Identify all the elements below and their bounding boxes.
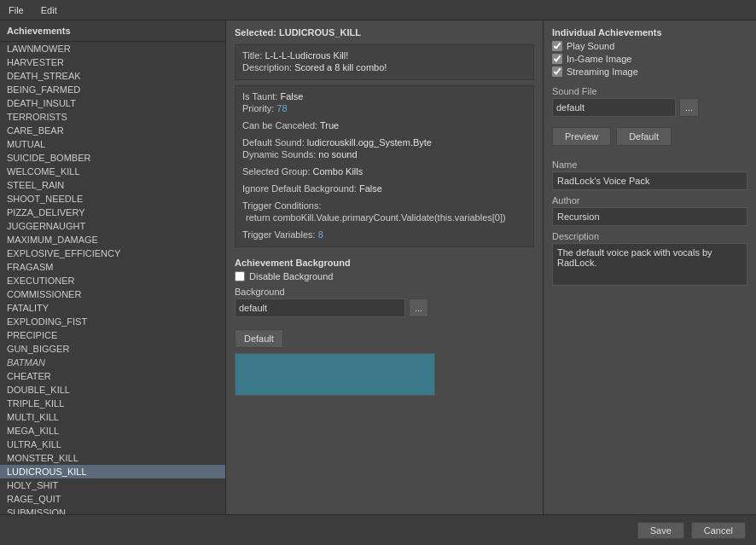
bg-section-title: Achievement Background <box>235 258 534 268</box>
list-item[interactable]: SUICIDE_BOMBER <box>0 151 225 165</box>
default-sound-row: Default Sound: ludicrouskill.ogg_System.… <box>242 137 526 148</box>
sound-file-label: Sound File <box>552 86 747 96</box>
list-item[interactable]: MEGA_KILL <box>0 424 225 438</box>
left-panel: Achievements LAWNMOWER HARVESTER DEATH_S… <box>0 20 226 545</box>
trigger-variables-value: 8 <box>318 229 323 240</box>
list-item[interactable]: MULTI_KILL <box>0 410 225 424</box>
streaming-image-row: Streaming Image <box>552 67 747 77</box>
edit-menu[interactable]: Edit <box>38 4 61 16</box>
list-item[interactable]: DEATH_INSULT <box>0 96 225 110</box>
selected-group-label: Selected Group: <box>242 166 313 177</box>
selected-label: Selected: LUDICROUS_KILL <box>235 27 534 38</box>
list-item[interactable]: DEATH_STREAK <box>0 69 225 83</box>
disable-bg-label: Disable Background <box>249 271 333 281</box>
list-item[interactable]: MAXIMUM_DAMAGE <box>0 233 225 246</box>
preview-button[interactable]: Preview <box>552 127 611 146</box>
sound-browse-button[interactable]: ... <box>679 98 699 117</box>
can-be-canceled-row: Can be Canceled: True <box>242 120 526 130</box>
bg-default-button[interactable]: Default <box>235 329 283 348</box>
save-button[interactable]: Save <box>637 522 684 539</box>
priority-value: 78 <box>276 103 287 113</box>
bg-input-row: ... <box>235 299 534 317</box>
priority-row: Priority: 78 <box>242 103 526 113</box>
can-be-canceled-value: True <box>320 120 339 130</box>
description-value: The default voice pack with vocals by Ra… <box>552 243 747 286</box>
middle-panel: Selected: LUDICROUS_KILL Title: L-L-L-Lu… <box>226 20 543 545</box>
preview-image <box>235 353 435 396</box>
list-item[interactable]: MONSTER_KILL <box>0 451 225 465</box>
sound-file-input[interactable] <box>552 98 676 117</box>
list-item[interactable]: EXPLODING_FIST <box>0 315 225 328</box>
sound-file-row: ... <box>552 98 747 117</box>
description-label: Description: <box>242 62 294 72</box>
disable-bg-checkbox[interactable] <box>235 271 245 281</box>
details-block: Is Taunt: False Priority: 78 Can be Canc… <box>235 85 534 247</box>
list-item[interactable]: EXECUTIONER <box>0 274 225 287</box>
list-item[interactable]: SHOOT_NEEDLE <box>0 192 225 206</box>
bg-text-input[interactable] <box>235 299 405 317</box>
bg-browse-button[interactable]: ... <box>409 299 428 317</box>
author-value: Recursion <box>552 207 747 226</box>
priority-label: Priority: <box>242 103 276 113</box>
list-item[interactable]: TERRORISTS <box>0 110 225 124</box>
bg-section: Achievement Background Disable Backgroun… <box>235 258 534 396</box>
list-item[interactable]: CARE_BEAR <box>0 124 225 137</box>
default-sound-value: ludicrouskill.ogg_System.Byte <box>307 137 432 148</box>
list-item[interactable]: COMMISSIONER <box>0 287 225 301</box>
list-item[interactable]: JUGGERNAUGHT <box>0 219 225 233</box>
ignore-bg-label: Ignore Default Background: <box>242 183 359 194</box>
list-item[interactable]: HOLY_SHIT <box>0 478 225 492</box>
play-sound-label: Play Sound <box>567 41 614 51</box>
dynamic-sounds-value: no sound <box>318 149 357 159</box>
list-item[interactable]: FRAGASM <box>0 260 225 274</box>
list-item[interactable]: BATMAN <box>0 356 225 369</box>
list-item[interactable]: PRECIPICE <box>0 328 225 342</box>
streaming-image-checkbox[interactable] <box>552 67 562 77</box>
cancel-button[interactable]: Cancel <box>691 522 746 539</box>
is-taunt-value: False <box>280 91 303 101</box>
name-value: RadLock's Voice Pack <box>552 171 747 190</box>
preview-default-row: Preview Default <box>552 127 747 146</box>
author-label: Author <box>552 195 747 206</box>
in-game-image-checkbox[interactable] <box>552 54 562 64</box>
list-item[interactable]: WELCOME_KILL <box>0 165 225 178</box>
list-item[interactable]: FATALITY <box>0 301 225 315</box>
main-container: Achievements LAWNMOWER HARVESTER DEATH_S… <box>0 20 756 545</box>
title-row: Title: L-L-L-Ludicrous Kill! <box>242 50 526 61</box>
default-sound-label: Default Sound: <box>242 137 307 148</box>
achievements-list[interactable]: LAWNMOWER HARVESTER DEATH_STREAK BEING_F… <box>0 42 225 545</box>
play-sound-checkbox[interactable] <box>552 41 562 51</box>
in-game-image-label: In-Game Image <box>567 54 631 64</box>
bottom-bar: Save Cancel <box>0 514 756 545</box>
trigger-conditions-code: return comboKill.Value.primaryCount.Vali… <box>242 212 526 223</box>
list-item[interactable]: LAWNMOWER <box>0 42 225 55</box>
list-item[interactable]: DOUBLE_KILL <box>0 383 225 397</box>
voice-pack-section: Name RadLock's Voice Pack Author Recursi… <box>552 159 747 535</box>
selected-id: LUDICROUS_KILL <box>279 27 361 38</box>
sound-default-button[interactable]: Default <box>616 127 672 146</box>
description-label: Description <box>552 231 747 241</box>
list-item[interactable]: TRIPLE_KILL <box>0 397 225 410</box>
list-item[interactable]: CHEATER <box>0 369 225 383</box>
title-value: L-L-L-Ludicrous Kill! <box>265 50 349 61</box>
list-item[interactable]: HARVESTER <box>0 55 225 69</box>
right-section-title: Individual Achievements <box>552 27 747 38</box>
list-item[interactable]: ULTRA_KILL <box>0 438 225 451</box>
list-item[interactable]: RAGE_QUIT <box>0 492 225 506</box>
file-menu[interactable]: File <box>5 4 27 16</box>
title-label: Title: <box>242 50 265 61</box>
list-item[interactable]: EXPLOSIVE_EFFICIENCY <box>0 246 225 260</box>
list-item[interactable]: MUTUAL <box>0 137 225 151</box>
checkbox-group: Play Sound In-Game Image Streaming Image <box>552 41 747 79</box>
is-taunt-row: Is Taunt: False <box>242 91 526 101</box>
disable-bg-row: Disable Background <box>235 271 534 281</box>
play-sound-row: Play Sound <box>552 41 747 51</box>
trigger-conditions-label: Trigger Conditions: <box>242 200 322 211</box>
list-item-selected[interactable]: LUDICROUS_KILL <box>0 465 225 478</box>
achievements-header: Achievements <box>0 20 225 42</box>
list-item[interactable]: PIZZA_DELIVERY <box>0 206 225 219</box>
list-item[interactable]: BEING_FARMED <box>0 83 225 96</box>
list-item[interactable]: STEEL_RAIN <box>0 178 225 192</box>
ignore-bg-value: False <box>359 183 382 194</box>
list-item[interactable]: GUN_BIGGER <box>0 342 225 356</box>
